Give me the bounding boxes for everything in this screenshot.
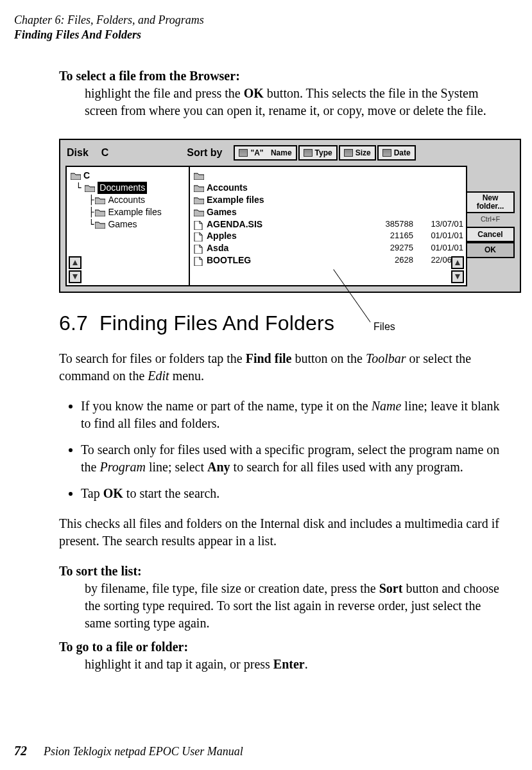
folder-icon: [194, 209, 204, 216]
list-item: To search only for files used with a spe…: [81, 441, 509, 476]
tab-type[interactable]: Type: [298, 145, 338, 161]
section-heading-text: Finding Files And Folders: [99, 311, 334, 335]
definition-select-file: To select a file from the Browser: highl…: [59, 67, 509, 119]
dt-sort: To sort the list:: [59, 563, 509, 580]
heading-6-7: 6.7Finding Files And Folders: [59, 310, 509, 337]
file-size: [362, 206, 413, 218]
type-icon: [304, 149, 313, 157]
svg-marker-3: [455, 274, 460, 279]
svg-marker-2: [455, 260, 460, 265]
file-icon: [194, 257, 204, 265]
file-name: Accounts: [207, 182, 248, 193]
file-name: Games: [207, 207, 237, 217]
tree-child[interactable]: ├Example files: [89, 206, 189, 218]
callout-files: Files: [373, 320, 395, 334]
sort-tabs: "A" Name Type Size Date: [234, 145, 415, 161]
folder-row[interactable]: Games: [194, 206, 463, 218]
scroll-up-button[interactable]: [69, 256, 82, 269]
folder-icon: [71, 172, 81, 180]
dd-sort: by filename, file type, file size or cre…: [85, 580, 509, 632]
folder-icon: [194, 184, 204, 192]
intro-paragraph: To search for files or folders tap the F…: [59, 350, 509, 385]
chapter-title: Chapter 6: Files, Folders, and Programs: [14, 13, 509, 28]
date-icon: [382, 149, 391, 157]
folder-up-icon: [194, 172, 204, 180]
file-date: 01/01/01: [418, 242, 463, 254]
file-date: [418, 194, 463, 206]
folder-icon: [95, 197, 105, 204]
name-icon: [239, 149, 248, 157]
file-icon: [194, 232, 204, 240]
folder-icon: [95, 221, 105, 229]
file-row[interactable]: Asda2927501/01/01: [194, 242, 463, 254]
new-folder-button[interactable]: New folder...: [466, 191, 515, 213]
file-name: AGENDA.SIS: [207, 219, 262, 229]
file-name: Example files: [207, 195, 264, 205]
tab-date[interactable]: Date: [377, 145, 416, 161]
file-date: [418, 182, 463, 194]
section-number: 6.7: [59, 311, 88, 335]
file-size: 2628: [362, 254, 413, 267]
file-row[interactable]: Apples2116501/01/01: [194, 230, 463, 242]
disk-label: Disk: [67, 146, 89, 160]
tree-child[interactable]: └Games: [89, 218, 189, 231]
list-item: If you know the name or part of the name…: [81, 398, 509, 432]
file-name: Apples: [207, 231, 237, 241]
tree-child[interactable]: ├Accounts: [89, 194, 189, 206]
folder-row[interactable]: Example files: [194, 194, 463, 206]
definition-goto: To go to a file or folder: highlight it …: [59, 638, 509, 673]
side-buttons: New folder... Ctrl+F Cancel OK: [466, 191, 515, 258]
file-name: BOOTLEG: [207, 255, 251, 265]
after-paragraph: This checks all files and folders on the…: [59, 515, 509, 550]
file-row[interactable]: BOOTLEG262822/06/01: [194, 254, 463, 267]
manual-title: Psion Teklogix netpad EPOC User Manual: [44, 745, 243, 758]
list-item: Tap OK to start the search.: [81, 485, 509, 502]
file-list-pane: AccountsExample filesGamesAGENDA.SIS3857…: [189, 166, 467, 286]
folder-icon: [95, 209, 105, 216]
disk-value: C: [101, 146, 109, 160]
sortby-label: Sort by: [187, 146, 222, 160]
shortcut-hint: Ctrl+F: [466, 213, 515, 227]
scroll-down-button[interactable]: [451, 270, 464, 283]
figure-browser: Folders Sort Files By... Disk C Sort by …: [59, 139, 509, 293]
page-footer: 72 Psion Teklogix netpad EPOC User Manua…: [14, 744, 243, 758]
folder-icon: [194, 197, 204, 204]
file-name: Asda: [207, 243, 228, 253]
file-size: 385788: [362, 218, 413, 231]
tree-root[interactable]: C: [71, 170, 189, 182]
browser-topbar: Disk C Sort by "A" Name Type Size Date: [63, 143, 517, 163]
page-number: 72: [14, 744, 27, 758]
definition-sort: To sort the list: by filename, file type…: [59, 563, 509, 632]
ok-button[interactable]: OK: [466, 242, 515, 258]
dt-goto: To go to a file or folder:: [59, 638, 509, 656]
file-icon: [194, 245, 204, 252]
file-icon: [194, 221, 204, 229]
file-date: [418, 206, 463, 218]
section-title: Finding Files And Folders: [14, 28, 509, 42]
scroll-down-button[interactable]: [69, 270, 82, 283]
dd-select-file: highlight the file and press the OK butt…: [85, 85, 509, 119]
dt-select-file: To select a file from the Browser:: [59, 67, 509, 85]
file-size: [362, 182, 413, 194]
file-date: 13/07/01: [418, 218, 463, 231]
file-row[interactable]: AGENDA.SIS38578813/07/01: [194, 218, 463, 231]
dd-goto: highlight it and tap it again, or press …: [85, 656, 509, 673]
bullet-list: If you know the name or part of the name…: [59, 398, 509, 502]
file-size: [362, 194, 413, 206]
folder-tree-pane: C └ Documents ├Accounts ├Example files └…: [65, 166, 193, 286]
tab-name[interactable]: "A" Name: [234, 145, 296, 161]
file-size: 29275: [362, 242, 413, 254]
folder-icon: [85, 184, 95, 192]
file-date: 01/01/01: [418, 230, 463, 242]
folder-row[interactable]: Accounts: [194, 182, 463, 194]
scroll-up-button[interactable]: [451, 256, 464, 269]
svg-marker-1: [73, 274, 78, 279]
cancel-button[interactable]: Cancel: [466, 227, 515, 242]
tree-selected[interactable]: Documents: [98, 182, 147, 194]
size-icon: [344, 149, 353, 157]
tab-size[interactable]: Size: [339, 145, 376, 161]
running-head: Chapter 6: Files, Folders, and Programs …: [14, 13, 509, 42]
svg-marker-0: [73, 260, 78, 265]
parent-folder-row[interactable]: [194, 170, 463, 182]
file-size: 21165: [362, 230, 413, 242]
